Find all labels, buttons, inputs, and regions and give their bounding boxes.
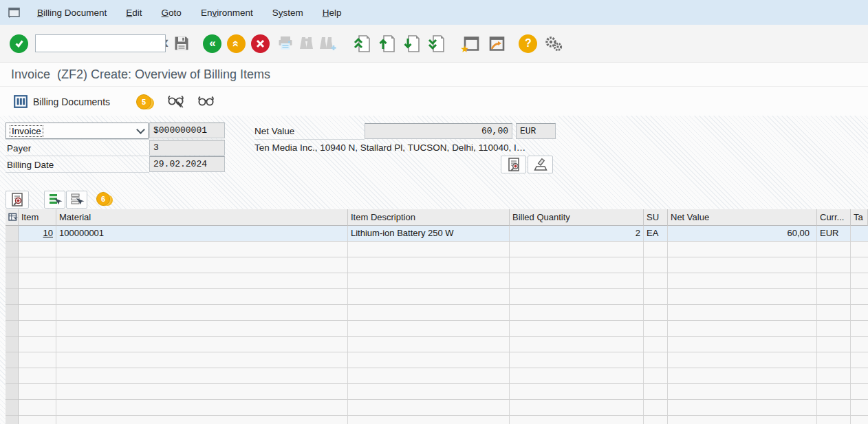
document-type-select[interactable]: Invoice: [6, 123, 149, 139]
col-header-billed-quantity[interactable]: Billed Quantity: [510, 209, 644, 226]
row-select-cell[interactable]: [6, 226, 19, 242]
row-select-cell[interactable]: [6, 337, 19, 352]
table-cell: [19, 416, 56, 424]
row-select-cell[interactable]: [6, 305, 19, 321]
texts-button[interactable]: [528, 156, 553, 173]
table-row-empty: [6, 242, 868, 257]
change-display-glasses-pencil-icon[interactable]: [166, 94, 186, 109]
command-field[interactable]: [35, 34, 166, 52]
menu-billing-document[interactable]: Billing Document: [28, 8, 116, 18]
table-cell: [56, 305, 348, 321]
print-icon[interactable]: [276, 34, 294, 52]
row-select-cell[interactable]: [6, 321, 19, 337]
col-header-net-value[interactable]: Net Value: [668, 209, 817, 226]
row-select-cell[interactable]: [6, 384, 19, 400]
row-select-cell[interactable]: [6, 416, 19, 424]
deselect-items-button[interactable]: [66, 191, 87, 209]
table-cell: [56, 242, 348, 257]
title-bar: Invoice (ZF2) Create: Overview of Billin…: [0, 63, 868, 87]
display-address-button[interactable]: [501, 156, 526, 173]
menu-goto[interactable]: Goto: [152, 8, 191, 18]
item-details-button[interactable]: [6, 191, 29, 209]
cell-su[interactable]: EA: [644, 226, 668, 242]
table-cell: [19, 242, 56, 257]
menu-help[interactable]: Help: [313, 8, 351, 18]
find-icon[interactable]: [299, 35, 315, 52]
payer-label: Payer: [7, 143, 31, 153]
document-type-value: Invoice: [10, 126, 43, 136]
col-header-item[interactable]: Item: [19, 209, 56, 226]
cell-currency[interactable]: EUR: [817, 226, 851, 242]
table-cell: [348, 273, 510, 289]
table-cell: [817, 242, 851, 257]
next-page-icon[interactable]: [403, 34, 421, 53]
table-cell: [851, 257, 868, 273]
col-header-tax[interactable]: Ta: [851, 209, 868, 226]
table-cell: [348, 305, 510, 321]
table-cell: [348, 289, 510, 305]
cell-tax[interactable]: [851, 226, 868, 242]
table-cell: [510, 416, 644, 424]
table-cell: [817, 305, 851, 321]
col-header-su[interactable]: SU: [644, 209, 668, 226]
row-select-cell[interactable]: [6, 400, 19, 416]
table-cell: [644, 305, 668, 321]
last-page-icon[interactable]: [428, 34, 446, 53]
table-cell: [56, 289, 348, 305]
menu-environment[interactable]: Environment: [191, 8, 263, 18]
enter-check-icon[interactable]: [10, 34, 28, 53]
system-menu-icon[interactable]: [8, 7, 22, 18]
row-select-cell[interactable]: [6, 289, 19, 305]
table-cell: [510, 321, 644, 337]
customize-gears-icon[interactable]: [544, 34, 563, 53]
billing-date-field[interactable]: 29.02.2024: [149, 156, 225, 172]
help-icon[interactable]: ?: [519, 34, 537, 53]
row-select-cell[interactable]: [6, 352, 19, 368]
first-page-icon[interactable]: [354, 34, 371, 53]
table-row-empty: [6, 305, 868, 321]
new-session-icon[interactable]: ★: [462, 35, 481, 52]
menu-edit[interactable]: Edit: [116, 8, 151, 18]
cell-billed-quantity[interactable]: 2: [510, 226, 644, 242]
cell-description[interactable]: Lithium-ion Battery 250 W: [348, 226, 510, 242]
select-all-header-cell[interactable]: [6, 209, 19, 226]
exit-icon[interactable]: «: [227, 34, 246, 53]
col-header-material[interactable]: Material: [56, 209, 348, 226]
find-next-icon[interactable]: [319, 35, 337, 52]
billing-documents-table-icon: [14, 95, 28, 108]
col-header-currency[interactable]: Curr...: [817, 209, 851, 226]
table-cell: [510, 289, 644, 305]
table-body: [6, 242, 868, 424]
back-icon[interactable]: «: [203, 34, 221, 53]
currency-field[interactable]: EUR: [516, 123, 556, 139]
select-items-button[interactable]: [44, 191, 65, 209]
payer-field[interactable]: 3: [149, 140, 225, 156]
application-toolbar: Billing Documents 5: [0, 87, 868, 117]
net-value-field[interactable]: 60,00: [365, 123, 512, 139]
table-cell: [348, 400, 510, 416]
table-cell: [817, 289, 851, 305]
table-cell: [851, 352, 868, 368]
table-select-icon: [8, 212, 19, 222]
save-icon[interactable]: [173, 34, 191, 52]
document-number-field[interactable]: $000000001: [149, 123, 225, 138]
table-cell: [19, 305, 56, 321]
cell-item[interactable]: 10: [19, 226, 56, 242]
row-select-cell[interactable]: [6, 368, 19, 384]
cancel-icon[interactable]: [251, 34, 270, 53]
menu-system[interactable]: System: [263, 8, 313, 18]
cell-net-value[interactable]: 60,00: [668, 226, 817, 242]
table-cell: [644, 242, 668, 257]
display-glasses-icon[interactable]: [197, 94, 216, 109]
billing-items-table: Item Material Item Description Billed Qu…: [6, 209, 868, 424]
table-cell: [817, 400, 851, 416]
create-shortcut-icon[interactable]: [488, 35, 506, 52]
previous-page-icon[interactable]: [378, 34, 396, 53]
row-select-cell[interactable]: [6, 242, 19, 257]
col-header-description[interactable]: Item Description: [348, 209, 510, 226]
table-cell: [851, 305, 868, 321]
billing-documents-button[interactable]: Billing Documents: [10, 92, 114, 111]
row-select-cell[interactable]: [6, 257, 19, 273]
row-select-cell[interactable]: [6, 273, 19, 289]
cell-material[interactable]: 100000001: [56, 226, 348, 242]
